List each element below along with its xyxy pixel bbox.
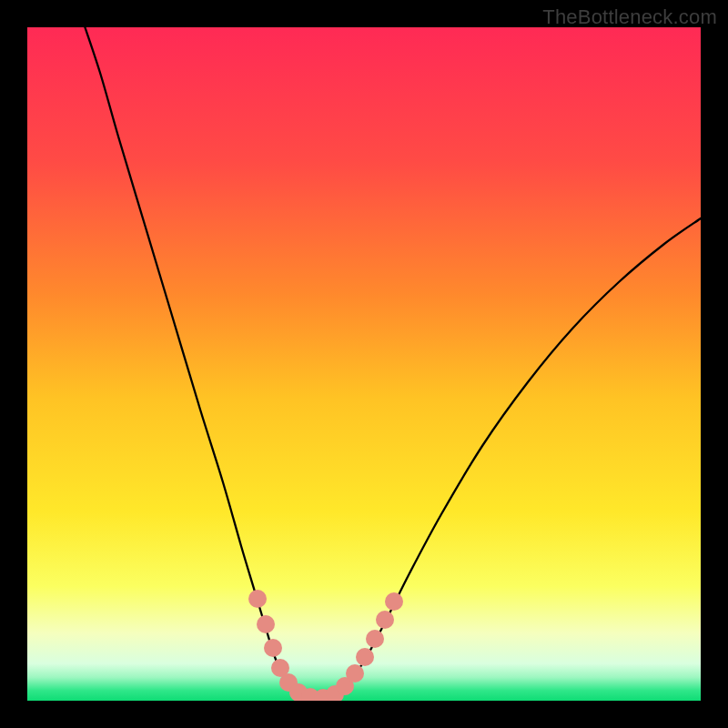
bottleneck-marker xyxy=(257,615,275,633)
bottleneck-marker xyxy=(376,611,394,629)
curve-layer xyxy=(27,27,701,701)
chart-frame: TheBottleneck.com xyxy=(0,0,728,728)
bottleneck-marker xyxy=(366,630,384,648)
plot-area xyxy=(27,27,701,701)
bottleneck-marker xyxy=(248,590,267,608)
bottleneck-marker xyxy=(264,639,282,657)
bottleneck-marker xyxy=(385,592,403,611)
watermark-text: TheBottleneck.com xyxy=(542,5,717,29)
bottleneck-marker xyxy=(346,664,364,682)
bottleneck-marker xyxy=(356,648,374,666)
bottleneck-markers xyxy=(248,590,403,701)
